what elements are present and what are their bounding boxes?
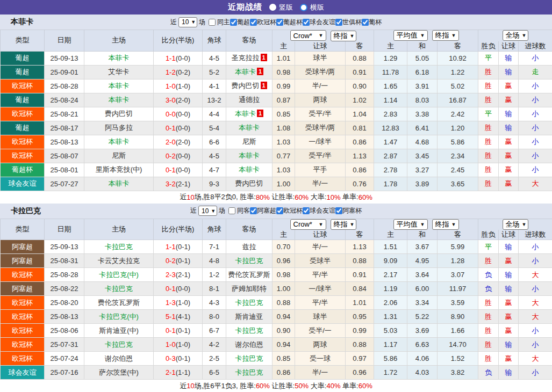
average-odds-cell: 16.87 (438, 93, 478, 107)
final-odds-select-2[interactable]: 终指▼ (432, 30, 459, 41)
match-date-cell: 25-08-31 (45, 254, 84, 268)
bookmaker-odds-cell: 平手 (295, 163, 346, 177)
average-select[interactable]: 平均值▼ (393, 30, 428, 41)
league-filter-checkbox[interactable] (250, 19, 257, 26)
summary-text: 大率: (309, 192, 326, 202)
column-header: 比分(半场) (154, 30, 203, 52)
outcome-text: 胜 (485, 137, 492, 146)
bookmaker-odds-cell: 受半/一 (295, 324, 346, 338)
column-header: 角球 (203, 219, 226, 240)
handicap-result-cell: 输 (499, 268, 519, 282)
radio-unselected-icon[interactable] (300, 4, 307, 11)
fulltime-score: 0-0 (166, 110, 176, 118)
average-odds-cell: 3.64 (407, 268, 438, 282)
score-cell: 3-2(2-1) (154, 177, 203, 191)
radio-selected-icon[interactable] (269, 4, 276, 11)
team-name-text: 阿马多拉 (105, 124, 133, 132)
scope-select[interactable]: 全场▼ (503, 30, 528, 41)
final-odds-select-2[interactable]: 终指▼ (432, 219, 459, 230)
bookmaker-odds-cell: 0.88 (273, 296, 295, 310)
same-venue-checkbox[interactable] (209, 19, 216, 26)
near-label: 近 (170, 18, 177, 27)
halftime-score: (0-1) (176, 243, 190, 251)
match-result-cell: 胜 (478, 93, 499, 107)
match-count-select-value: 10 (182, 18, 189, 26)
fulltime-score: 1-3 (166, 299, 176, 307)
average-odds-cell: 1.51 (374, 240, 407, 254)
league-filter-label: 欧冠杯 (257, 18, 276, 27)
bookmaker-odds-cell: 0.98 (273, 268, 295, 282)
fulltime-score: 0-1 (166, 124, 176, 132)
league-filter-checkbox[interactable] (303, 19, 310, 26)
scope-select[interactable]: 全场▼ (503, 219, 528, 230)
average-select[interactable]: 平均值▼ (393, 219, 428, 230)
outcome-text: 胜 (485, 151, 492, 159)
corner-cell: 6-7 (203, 324, 226, 338)
chevron-down-icon: ▼ (522, 222, 527, 227)
radio-label-vertical: 竖版 (279, 3, 293, 12)
league-filter-checkbox[interactable] (303, 207, 310, 214)
match-row: 葡超25-09-01艾华卡1-2(0-2)5-2本菲卡10.98受球半/两0.9… (1, 65, 552, 79)
league-type-cell: 球会友谊 (1, 366, 45, 380)
halftime-score: (0-0) (176, 110, 190, 118)
match-count-select[interactable]: 10▼ (198, 206, 217, 216)
bookmaker-odds-cell: 半/一 (295, 366, 346, 380)
league-type-cell: 葡超 (1, 93, 45, 107)
goals-result-cell: 大 (519, 310, 552, 324)
away-team-cell: 本菲卡 (226, 163, 273, 177)
league-filter-checkbox[interactable] (276, 207, 283, 214)
average-odds-cell: 3.67 (407, 240, 438, 254)
outcome-text: 小 (532, 340, 539, 349)
match-result-cell: 平 (478, 51, 499, 65)
league-filter-checkbox[interactable] (276, 19, 283, 26)
sub-column-header: 让球 (499, 41, 519, 52)
league-filter-checkbox[interactable] (362, 19, 369, 26)
team-name-text: 卡拉巴克 (235, 257, 263, 265)
home-team-cell: 斯肯迪亚(中) (84, 324, 154, 338)
average-odds-cell: 1.17 (374, 338, 407, 352)
corner-cell: 4-5 (203, 149, 226, 163)
corner-cell: 13-2 (203, 93, 226, 107)
team-name-text: 尼斯 (242, 137, 256, 146)
home-team-cell: 本菲卡 (84, 51, 154, 65)
bookmaker-select[interactable]: Crow*▼ (290, 30, 326, 41)
score-cell: 2-3(2-1) (154, 268, 203, 282)
summary-text: 单率: (340, 381, 358, 391)
layout-option-horizontal[interactable]: 横版 (300, 3, 324, 12)
handicap-result-cell: 赢 (499, 163, 519, 177)
halftime-score: (0-0) (176, 166, 190, 174)
average-odds-cell: 1.28 (438, 254, 478, 268)
sections-container: 本菲卡近10▼场同主葡超欧冠杯葡超杯球会友谊世俱杯葡杯类型日期主场比分(半场)角… (0, 14, 552, 392)
home-team-cell: 费伦茨瓦罗斯 (84, 296, 154, 310)
league-filter-checkbox[interactable] (250, 207, 257, 214)
match-date-cell: 25-08-28 (45, 79, 84, 93)
away-team-cell: 圣克拉拉1 (226, 51, 273, 65)
outcome-text: 小 (532, 110, 539, 118)
league-type-cell: 欧冠杯 (1, 324, 45, 338)
outcome-text: 赢 (505, 96, 512, 104)
final-odds-select[interactable]: 终指▼ (331, 31, 356, 41)
match-date-cell: 25-07-16 (45, 366, 84, 380)
average-odds-cell: 1.65 (374, 79, 407, 93)
same-venue-checkbox[interactable] (228, 207, 235, 214)
league-type-cell: 球会友谊 (1, 177, 45, 191)
match-count-select[interactable]: 10▼ (178, 17, 197, 27)
handicap-result-cell: 赢 (499, 135, 519, 149)
handicap-result-cell: 输 (499, 121, 519, 135)
goals-result-cell: 小 (519, 135, 552, 149)
league-type-cell: 阿塞超 (1, 240, 45, 254)
outcome-text: 赢 (505, 257, 512, 265)
team-name-text: 费伦茨瓦罗斯 (98, 299, 140, 307)
league-filter-checkbox[interactable] (335, 19, 342, 26)
chevron-down-icon: ▼ (451, 33, 456, 38)
league-filter-checkbox[interactable] (230, 19, 237, 26)
league-filter-checkbox[interactable] (335, 207, 342, 214)
fulltime-score: 0-1 (166, 285, 176, 293)
home-team-cell: 本菲卡 (84, 135, 154, 149)
bookmaker-select[interactable]: Crow*▼ (290, 219, 326, 230)
layout-option-vertical[interactable]: 竖版 (269, 3, 293, 12)
bookmaker-odds-cell: 0.70 (273, 240, 295, 254)
summary-text: 60% (256, 382, 270, 390)
final-odds-select[interactable]: 终指▼ (331, 219, 356, 230)
goals-result-cell: 小 (519, 163, 552, 177)
